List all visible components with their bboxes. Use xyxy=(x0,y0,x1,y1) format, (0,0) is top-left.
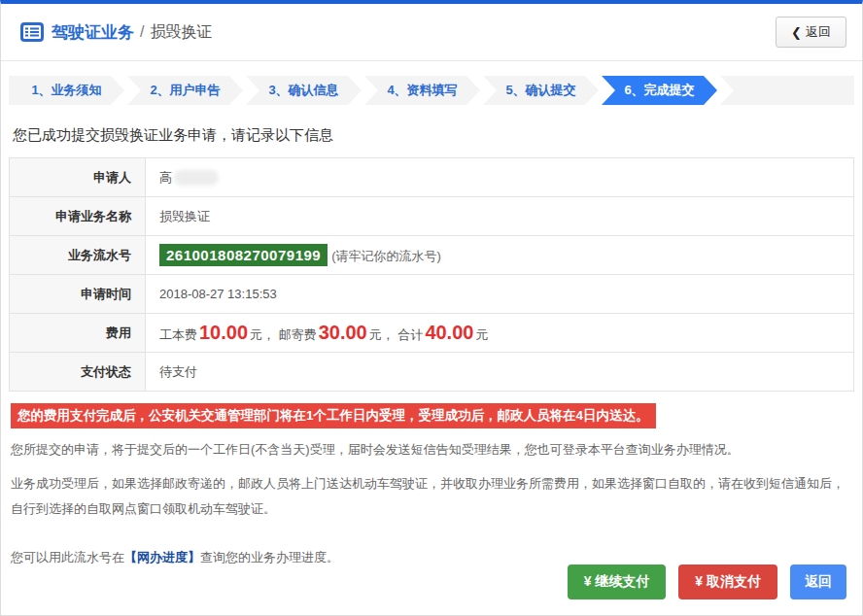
table-row-time: 申请时间 2018-08-27 13:15:53 xyxy=(10,275,854,314)
back-button[interactable]: 返回 xyxy=(790,565,846,599)
serial-label: 业务流水号 xyxy=(10,236,146,275)
step-4-fill-data: 4、资料填写 xyxy=(364,76,480,105)
status-label: 支付状态 xyxy=(10,353,146,392)
step-bar-filler xyxy=(720,76,854,105)
serial-number-badge: 261001808270079199 xyxy=(159,244,328,266)
serial-note: (请牢记你的流水号) xyxy=(331,249,441,263)
table-row-fee: 费用 工本费10.00元， 邮寄费30.00元， 合计40.00元 xyxy=(10,314,854,353)
service-label: 申请业务名称 xyxy=(10,197,146,236)
application-info-table: 申请人 高 申请业务名称 损毁换证 业务流水号 2610018082700791… xyxy=(9,157,854,392)
notice-paragraph-1: 您所提交的申请，将于提交后的一个工作日(不含当天)受理，届时会发送短信告知受理结… xyxy=(11,437,852,462)
step-1-notice: 1、业务须知 xyxy=(9,76,124,105)
step-2-declaration: 2、用户申告 xyxy=(127,76,243,105)
redacted-name-blur xyxy=(174,170,219,186)
fee-item1-amount: 10.00 xyxy=(199,322,248,343)
table-row-status: 支付状态 待支付 xyxy=(10,353,854,392)
chevron-left-icon: ❮ xyxy=(791,25,802,40)
progress-text-prefix: 您可以用此流水号在 xyxy=(11,550,124,565)
back-top-label: 返回 xyxy=(806,23,831,41)
fee-item1-unit: 元， xyxy=(250,327,275,342)
fee-item2-amount: 30.00 xyxy=(319,322,367,343)
step-3-confirm-info: 3、确认信息 xyxy=(246,76,362,105)
fee-item2-name: 邮寄费 xyxy=(279,327,317,342)
breadcrumb-current: 损毁换证 xyxy=(150,22,212,43)
table-row-serial: 业务流水号 261001808270079199(请牢记你的流水号) xyxy=(10,236,854,275)
service-value: 损毁换证 xyxy=(146,197,854,236)
fee-total-name: 合计 xyxy=(397,327,423,342)
fee-label: 费用 xyxy=(10,314,146,353)
main-content: 1、业务须知 2、用户申告 3、确认信息 4、资料填写 5、确认提交 6、完成提… xyxy=(1,76,862,570)
progress-link[interactable]: 【网办进度】 xyxy=(124,550,200,565)
fee-value-cell: 工本费10.00元， 邮寄费30.00元， 合计40.00元 xyxy=(146,314,854,353)
progress-text-suffix: 查询您的业务办理进度。 xyxy=(200,550,339,565)
cancel-payment-button[interactable]: ¥ 取消支付 xyxy=(678,565,777,599)
time-value: 2018-08-27 13:15:53 xyxy=(146,275,854,314)
fee-total-amount: 40.00 xyxy=(425,322,473,343)
footer-actions: ¥ 继续支付 ¥ 取消支付 返回 xyxy=(568,565,846,599)
table-row-service: 申请业务名称 损毁换证 xyxy=(10,197,854,236)
step-5-confirm-submit: 5、确认提交 xyxy=(483,76,599,105)
applicant-name-text: 高 xyxy=(159,170,172,185)
fee-item2-unit: 元， xyxy=(369,327,395,342)
step-wizard: 1、业务须知 2、用户申告 3、确认信息 4、资料填写 5、确认提交 6、完成提… xyxy=(9,76,854,105)
page-container: 驾驶证业务 / 损毁换证 ❮ 返回 1、业务须知 2、用户申告 3、确认信息 4… xyxy=(0,0,863,616)
serial-value-cell: 261001808270079199(请牢记你的流水号) xyxy=(146,236,854,275)
applicant-value: 高 xyxy=(146,158,854,197)
breadcrumb-separator: / xyxy=(140,23,144,41)
payment-notice-banner: 您的费用支付完成后，公安机关交通管理部门将在1个工作日内受理，受理成功后，邮政人… xyxy=(11,403,656,428)
header-bar: 驾驶证业务 / 损毁换证 ❮ 返回 xyxy=(1,4,862,61)
step-6-complete-submit: 6、完成提交 xyxy=(602,76,717,105)
list-document-icon xyxy=(20,22,44,42)
fee-total-unit: 元 xyxy=(475,327,488,342)
applicant-label: 申请人 xyxy=(10,158,146,197)
table-row-applicant: 申请人 高 xyxy=(10,158,854,197)
time-label: 申请时间 xyxy=(10,275,146,314)
notice-paragraph-2: 业务成功受理后，如果选择邮政寄递的，邮政人员将上门送达机动车驾驶证，并收取办理业… xyxy=(11,471,852,522)
success-message: 您已成功提交损毁换证业务申请，请记录以下信息 xyxy=(13,126,850,145)
status-value: 待支付 xyxy=(146,353,854,392)
fee-item1-name: 工本费 xyxy=(159,327,197,342)
back-top-button[interactable]: ❮ 返回 xyxy=(776,17,846,48)
continue-payment-button[interactable]: ¥ 继续支付 xyxy=(568,565,667,599)
breadcrumb-category[interactable]: 驾驶证业务 xyxy=(52,21,134,44)
